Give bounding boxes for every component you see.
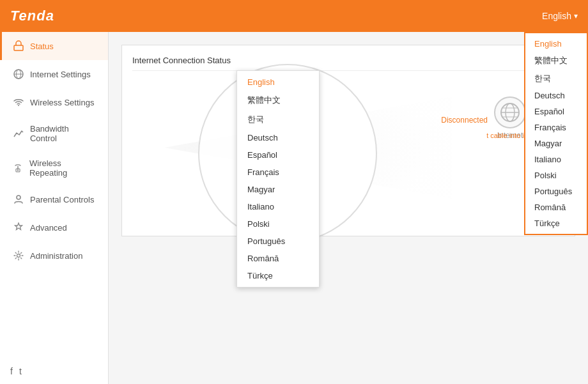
lang-option-right-10[interactable]: Română (525, 199, 587, 215)
bandwidth-control-icon (12, 127, 25, 140)
sidebar-label-administration: Administration (30, 251, 82, 261)
parental-controls-icon (12, 193, 25, 206)
lang-option-large-4[interactable]: Español (237, 146, 319, 164)
sidebar-footer: f t (0, 366, 108, 376)
svg-point-7 (17, 196, 20, 199)
globe-icon (494, 96, 526, 128)
lang-option-large-10[interactable]: Română (237, 250, 319, 267)
lang-option-right-5[interactable]: Français (525, 119, 587, 135)
main-layout: Status Internet Settings Wireless Settin… (0, 32, 588, 384)
sidebar-item-administration[interactable]: Administration (0, 242, 108, 270)
lang-option-right-8[interactable]: Polski (525, 167, 587, 183)
twitter-link[interactable]: t (19, 366, 22, 376)
sidebar-label-wireless-settings: Wireless Settings (30, 98, 94, 107)
lang-option-right-2[interactable]: 한국 (525, 70, 587, 88)
lang-option-right-3[interactable]: Deutsch (525, 88, 587, 104)
sidebar-label-internet-settings: Internet Settings (30, 70, 91, 79)
lang-option-right-11[interactable]: Türkçe (525, 215, 587, 231)
language-dropdown-large: English繁體中文한국DeutschEspañolFrançaisMagya… (236, 70, 320, 288)
lang-option-large-7[interactable]: Italiano (237, 198, 319, 215)
sidebar-item-parental-controls[interactable]: Parental Controls (0, 185, 108, 213)
main-content: Internet Connection Status (109, 32, 588, 384)
lang-option-large-8[interactable]: Polski (237, 215, 319, 233)
language-button[interactable]: English (542, 11, 578, 21)
facebook-link[interactable]: f (10, 366, 13, 376)
header: Tenda English English繁體中文한국DeutschEspaño… (0, 0, 588, 32)
sidebar-item-advanced[interactable]: Advanced (0, 213, 108, 242)
lang-option-large-3[interactable]: Deutsch (237, 129, 319, 146)
sidebar: Status Internet Settings Wireless Settin… (0, 32, 109, 384)
lang-option-large-5[interactable]: Français (237, 164, 319, 181)
lang-option-right-7[interactable]: Italiano (525, 151, 587, 167)
globe-svg (500, 102, 520, 123)
lang-option-large-2[interactable]: 한국 (237, 110, 319, 129)
lang-option-right-6[interactable]: Magyar (525, 135, 587, 151)
internet-settings-icon (12, 68, 25, 81)
sidebar-item-status[interactable]: Status (0, 32, 108, 60)
sidebar-label-bandwidth-control: Bandwidth Control (30, 124, 98, 143)
sidebar-label-advanced: Advanced (30, 223, 67, 233)
lang-option-large-9[interactable]: Português (237, 233, 319, 250)
sidebar-item-internet-settings[interactable]: Internet Settings (0, 60, 108, 88)
lang-option-right-4[interactable]: Español (525, 104, 587, 119)
sidebar-item-wireless-settings[interactable]: Wireless Settings (0, 88, 108, 116)
advanced-icon (12, 221, 25, 234)
lang-option-large-1[interactable]: 繁體中文 (237, 91, 319, 110)
sidebar-label-wireless-repeating: Wireless Repeating (29, 158, 98, 178)
svg-point-8 (17, 254, 20, 257)
lang-option-large-0[interactable]: English (237, 73, 319, 91)
sidebar-label-status: Status (30, 42, 54, 51)
logo: Tenda (10, 8, 54, 24)
svg-rect-0 (14, 45, 23, 50)
cable-hint: t cable into it (486, 132, 526, 139)
svg-point-4 (18, 105, 19, 106)
sidebar-nav: Status Internet Settings Wireless Settin… (0, 32, 108, 270)
disconnected-text: Disconnected (441, 116, 488, 125)
sidebar-label-parental-controls: Parental Controls (30, 195, 94, 204)
lang-option-large-6[interactable]: Magyar (237, 181, 319, 198)
lang-option-large-11[interactable]: Türkçe (237, 267, 319, 284)
sidebar-item-bandwidth-control[interactable]: Bandwidth Control (0, 116, 108, 151)
administration-icon (12, 249, 25, 262)
lang-option-right-9[interactable]: Português (525, 183, 587, 199)
sidebar-item-wireless-repeating[interactable]: Wireless Repeating (0, 151, 108, 185)
language-label: English (542, 11, 571, 21)
lang-option-right-0[interactable]: English (525, 36, 587, 52)
wireless-repeating-icon (12, 162, 24, 174)
wireless-settings-icon (12, 96, 25, 109)
status-icon (12, 40, 25, 52)
language-dropdown-right: English繁體中文한국DeutschEspañolFrançaisMagya… (524, 32, 588, 235)
status-title: Internet Connection Status (132, 56, 564, 71)
lang-option-right-1[interactable]: 繁體中文 (525, 52, 587, 70)
